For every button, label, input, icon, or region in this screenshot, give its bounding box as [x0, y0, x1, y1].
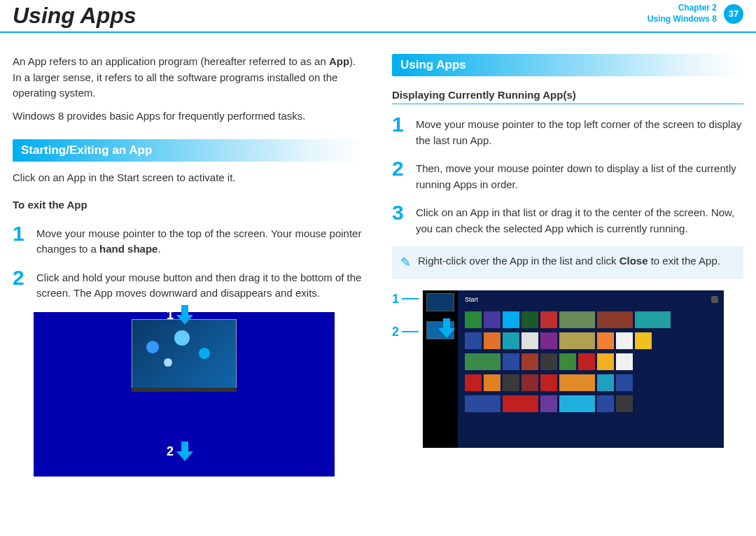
note-text: Right-click over the App in the list and…: [418, 253, 720, 272]
tile: [597, 353, 614, 370]
tile: [597, 311, 633, 328]
figure-callout-2: 2: [167, 442, 193, 463]
app-window-thumbnail: [132, 319, 237, 389]
tile: [616, 374, 633, 391]
bubble-icon: [199, 348, 210, 359]
right-column: Using Apps Displaying Currently Running …: [392, 54, 743, 477]
tile: [559, 332, 595, 349]
starting-text: Click on an App in the Start screen to a…: [13, 170, 364, 186]
tile: [578, 353, 595, 370]
step-text: Move your mouse pointer to the top of th…: [36, 223, 364, 258]
step-number: 2: [13, 267, 29, 288]
running-step-1: 1 Move your mouse pointer to the top lef…: [392, 114, 743, 148]
tile: [597, 332, 614, 349]
tile: [635, 332, 652, 349]
tile: [559, 374, 595, 391]
tile: [522, 332, 538, 349]
tile: [616, 332, 633, 349]
tile: [503, 311, 519, 328]
tile: [597, 374, 614, 391]
tile: [503, 374, 519, 391]
tile: [465, 395, 500, 412]
taskbar: [132, 388, 237, 392]
running-step-3: 3 Click on an App in that list or drag i…: [392, 202, 743, 237]
tile: [540, 374, 557, 391]
page-title: Using Apps: [13, 3, 136, 29]
avatar-icon: [711, 296, 718, 303]
note-box: ✎ Right-click over the App in the list a…: [392, 246, 743, 279]
tile: [540, 395, 557, 412]
step-text: Click on an App in that list or drag it …: [416, 202, 743, 237]
tile: [616, 353, 633, 370]
step-number: 1: [13, 223, 29, 244]
bubble-icon: [146, 341, 159, 353]
figure2-callouts: 1 2: [392, 290, 419, 448]
page-header: Using Apps Chapter 2 Using Windows 8 37: [0, 0, 756, 33]
tile: [522, 311, 538, 328]
page-number-badge: 37: [724, 4, 743, 24]
bubble-icon: [174, 330, 190, 346]
callout-line: [402, 298, 419, 299]
figure-start-screen: Start: [423, 290, 724, 448]
exit-step-1: 1 Move your mouse pointer to the top of …: [13, 223, 364, 258]
tile: [540, 311, 557, 328]
step-text: Click and hold your mouse button and the…: [36, 267, 364, 302]
tile: [616, 395, 633, 412]
tile: [503, 353, 519, 370]
start-tiles: [465, 311, 717, 441]
figure-callout-2: 2: [392, 325, 419, 339]
tile: [559, 311, 595, 328]
left-column: An App refers to an application program …: [13, 54, 364, 477]
chapter-label: Chapter 2: [648, 3, 717, 14]
tile: [484, 374, 500, 391]
tile: [465, 311, 482, 328]
tile: [465, 353, 500, 370]
tile: [559, 395, 595, 412]
step-number: 2: [392, 158, 409, 179]
section-heading-starting-exiting: Starting/Exiting an App: [13, 139, 364, 162]
bubble-icon: [164, 358, 172, 367]
tile: [597, 395, 614, 412]
start-label: Start: [465, 296, 478, 303]
tile: [465, 332, 482, 349]
subheading-running-apps: Displaying Currently Running App(s): [392, 89, 743, 104]
figure-running-apps-wrap: 1 2 Start: [392, 290, 743, 448]
header-meta: Chapter 2 Using Windows 8 37: [648, 3, 743, 24]
tile: [635, 311, 671, 328]
tile: [522, 374, 538, 391]
arrow-down-icon: [176, 442, 193, 463]
running-step-2: 2 Then, move your mouse pointer down to …: [392, 158, 743, 192]
intro-para-2: Windows 8 provides basic Apps for freque…: [13, 108, 364, 125]
callout-line: [402, 331, 419, 332]
app-thumbnail: [426, 293, 454, 311]
tile: [484, 311, 500, 328]
tile: [522, 353, 538, 370]
step-text: Move your mouse pointer to the top left …: [416, 114, 743, 148]
content-columns: An App refers to an application program …: [0, 33, 756, 477]
intro-block: An App refers to an application program …: [13, 54, 364, 124]
intro-para-1: An App refers to an application program …: [13, 54, 364, 101]
note-icon: ✎: [400, 253, 411, 272]
arrow-down-icon: [438, 318, 455, 339]
step-text: Then, move your mouse pointer down to di…: [416, 158, 743, 192]
tile: [503, 395, 538, 412]
figure-exit-app: 1 2: [34, 312, 335, 477]
tile: [540, 332, 557, 349]
figure-callout-1: 1: [167, 305, 193, 326]
tile: [559, 353, 576, 370]
tile: [540, 353, 557, 370]
arrow-down-icon: [176, 305, 193, 326]
step-number: 3: [392, 202, 409, 223]
user-badge: [711, 296, 718, 303]
tile: [465, 374, 482, 391]
running-apps-sidebar: [423, 290, 458, 448]
figure-callout-1: 1: [392, 292, 419, 306]
step-number: 1: [392, 114, 409, 135]
section-heading-using-apps: Using Apps: [392, 54, 743, 76]
tile: [484, 332, 500, 349]
chapter-info: Chapter 2 Using Windows 8: [648, 3, 717, 24]
section-label: Using Windows 8: [648, 14, 717, 25]
exit-step-2: 2 Click and hold your mouse button and t…: [13, 267, 364, 302]
tile: [503, 332, 519, 349]
exit-subheading: To exit the App: [13, 199, 364, 213]
